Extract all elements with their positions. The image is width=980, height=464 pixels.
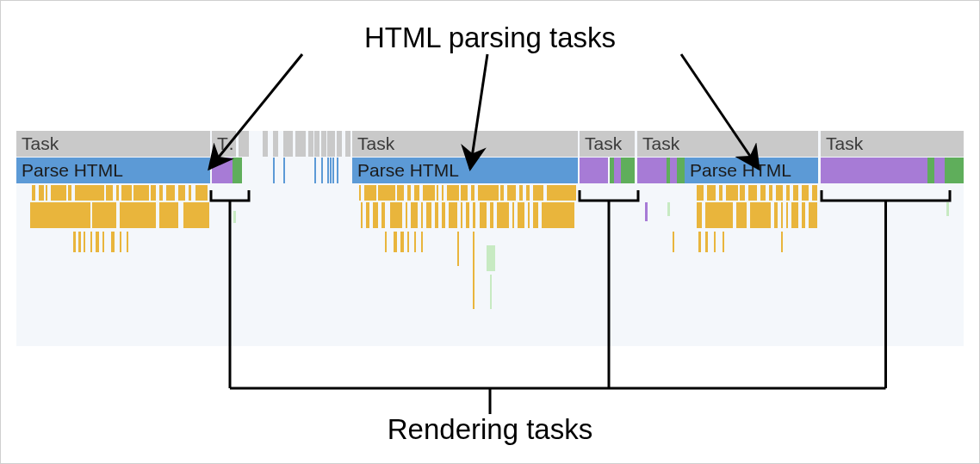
flame-bar — [426, 202, 431, 228]
flame-bar — [786, 202, 788, 228]
render-segment — [677, 158, 685, 183]
flame-bar — [528, 202, 530, 228]
flame-bar — [381, 202, 385, 228]
flame-bar — [32, 185, 35, 201]
task-block: Task — [352, 131, 578, 157]
flame-bar — [705, 232, 708, 252]
flame-bar — [714, 232, 716, 252]
flame-bar — [414, 185, 419, 201]
flame-bar — [473, 202, 475, 228]
flame-bar — [359, 185, 361, 201]
task-header-row: TaskT…TaskTaskTaskTask — [16, 131, 964, 157]
flame-bar — [809, 202, 817, 228]
flame-bar — [127, 232, 128, 252]
task-block: T… — [212, 131, 236, 157]
flame-bar — [793, 185, 798, 201]
flame-bar — [507, 185, 516, 201]
flame-bar — [378, 185, 395, 201]
flame-bar — [781, 202, 783, 228]
render-segment — [235, 158, 242, 183]
task-sliver — [263, 131, 268, 157]
flame-bar — [480, 202, 487, 228]
flame-bar — [471, 185, 474, 201]
parse-sliver — [321, 158, 323, 183]
flame-bar — [707, 185, 716, 201]
flame-bar — [423, 185, 435, 201]
flame-bar — [781, 232, 783, 252]
flamechart-window: TaskT…TaskTaskTaskTask Parse HTMLParse H… — [16, 131, 964, 346]
flame-bar — [90, 232, 92, 252]
flame-bar — [233, 211, 236, 223]
flame-bar — [697, 202, 702, 228]
flame-bar — [946, 202, 949, 216]
flame-bar — [133, 185, 149, 201]
render-segment — [580, 158, 588, 183]
task-sliver — [244, 131, 249, 157]
flame-bar — [421, 232, 423, 252]
parse-html-block: Parse HTML — [16, 158, 210, 183]
flame-bar — [542, 202, 574, 228]
flame-bar — [547, 185, 576, 201]
flame-bar — [791, 202, 798, 228]
flame-bar — [723, 232, 724, 252]
flame-bar — [406, 202, 407, 228]
flame-bar — [490, 202, 493, 228]
parse-sliver — [327, 158, 329, 183]
flame-bar — [121, 185, 132, 201]
flame-bar — [776, 185, 783, 201]
flame-bar — [748, 185, 757, 201]
parse-row: Parse HTMLParse HTMLParse HTML — [16, 158, 964, 183]
flame-bar — [68, 185, 71, 201]
render-segment — [821, 158, 886, 183]
flame-bar — [478, 185, 499, 201]
flame-bar — [533, 185, 543, 201]
flame-bar — [120, 232, 121, 252]
flame-bar — [407, 232, 409, 252]
flame-bar — [497, 202, 509, 228]
task-sliver — [327, 131, 335, 157]
render-segment — [927, 158, 934, 183]
task-block: Task — [580, 131, 635, 157]
parse-sliver — [330, 158, 332, 183]
render-segment — [886, 158, 927, 183]
top-label: HTML parsing tasks — [1, 22, 979, 54]
flame-bar — [698, 232, 701, 252]
render-segment — [588, 158, 604, 183]
flame-bar — [705, 202, 733, 228]
flame-bar — [760, 185, 766, 201]
flame-bar — [92, 202, 116, 228]
flame-bar — [461, 202, 462, 228]
flame-bar — [51, 185, 66, 201]
render-segment — [624, 158, 635, 183]
flame-bar — [366, 202, 369, 228]
flame-bar — [364, 185, 376, 201]
flame-bar — [75, 185, 104, 201]
flame-bar — [166, 185, 175, 201]
render-segment — [948, 158, 964, 183]
flame-bar — [195, 185, 208, 201]
flame-area — [16, 185, 964, 346]
task-block: Task — [821, 131, 964, 157]
flame-bar — [437, 185, 438, 201]
task-block: Task — [637, 131, 818, 157]
render-segment — [614, 158, 621, 183]
flame-bar — [673, 232, 674, 252]
flame-bar — [750, 202, 771, 228]
task-sliver — [345, 131, 350, 157]
render-segment — [220, 158, 233, 183]
flame-bar — [73, 232, 76, 252]
task-block: Task — [16, 131, 210, 157]
task-sliver — [308, 131, 313, 157]
flame-bar — [421, 202, 423, 228]
parse-html-block: Parse HTML — [352, 158, 578, 183]
flame-bar — [178, 185, 185, 201]
flame-bar — [46, 185, 47, 201]
flame-bar — [120, 202, 156, 228]
parse-sliver — [337, 158, 338, 183]
task-sliver — [288, 131, 293, 157]
flame-bar — [84, 232, 85, 252]
flame-bar — [183, 202, 209, 228]
flame-bar — [526, 185, 530, 201]
task-sliver — [337, 131, 342, 157]
render-segment — [637, 158, 648, 183]
